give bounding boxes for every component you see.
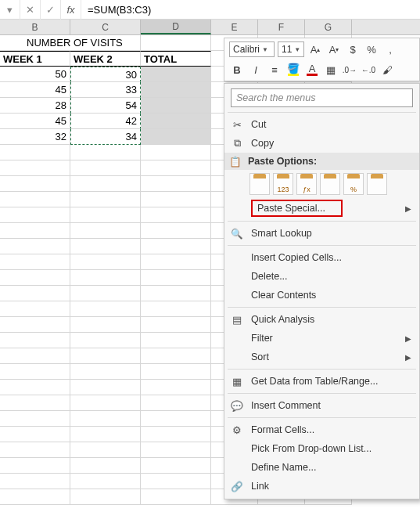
cell[interactable]: [141, 239, 211, 254]
currency-format-button[interactable]: $: [345, 41, 361, 57]
cell[interactable]: [141, 223, 211, 239]
cell-d7[interactable]: [141, 129, 211, 145]
menu-search-input[interactable]: Search the menus: [231, 88, 413, 107]
paste-option-transpose[interactable]: [320, 173, 340, 195]
col-header-c[interactable]: C: [70, 20, 141, 34]
increase-decimal-button[interactable]: .0→: [342, 62, 357, 78]
cell[interactable]: [141, 458, 211, 474]
font-color-button[interactable]: A: [304, 62, 320, 78]
cell[interactable]: [70, 160, 141, 176]
paste-option-all[interactable]: [249, 173, 270, 195]
percent-format-button[interactable]: %: [364, 41, 379, 57]
cell[interactable]: [70, 239, 141, 254]
cell[interactable]: [70, 270, 141, 286]
header-week1[interactable]: WEEK 1: [0, 51, 70, 67]
cell[interactable]: [0, 442, 70, 458]
cell[interactable]: [141, 333, 211, 348]
cell-b7[interactable]: 32: [0, 129, 70, 145]
menu-link[interactable]: 🔗 Link: [224, 477, 419, 496]
menu-filter[interactable]: Filter ▶: [224, 329, 419, 348]
menu-quick-analysis[interactable]: ▤ Quick Analysis: [224, 310, 419, 329]
cell[interactable]: [70, 223, 141, 239]
enter-formula-icon[interactable]: ✓: [41, 0, 61, 20]
cell[interactable]: [141, 489, 211, 505]
header-total[interactable]: TOTAL: [141, 51, 211, 67]
cell[interactable]: [0, 270, 70, 286]
comma-format-button[interactable]: ,: [382, 41, 398, 57]
cell[interactable]: [70, 192, 141, 207]
font-size-selector[interactable]: 11▼: [278, 41, 304, 57]
col-header-e[interactable]: E: [211, 20, 258, 34]
cell[interactable]: [0, 395, 70, 411]
cell[interactable]: [141, 364, 211, 380]
paste-option-values[interactable]: 123: [273, 173, 293, 195]
cell[interactable]: [141, 380, 211, 395]
cell[interactable]: [0, 317, 70, 333]
menu-cut[interactable]: ✂ Cut: [224, 115, 419, 134]
cell[interactable]: [70, 474, 141, 489]
cell-d3[interactable]: [141, 67, 211, 82]
menu-pick-list[interactable]: Pick From Drop-down List...: [224, 439, 419, 458]
cell[interactable]: [70, 317, 141, 333]
cell[interactable]: [0, 348, 70, 364]
cell[interactable]: [70, 333, 141, 348]
cell[interactable]: [70, 207, 141, 223]
cell[interactable]: [0, 223, 70, 239]
cell-c7[interactable]: 34: [70, 129, 141, 145]
cell[interactable]: [70, 411, 141, 427]
paste-option-formatting[interactable]: %: [343, 173, 364, 195]
cell[interactable]: [70, 254, 141, 270]
cell[interactable]: [0, 380, 70, 395]
cell[interactable]: [141, 192, 211, 207]
cell[interactable]: [141, 317, 211, 333]
cancel-formula-icon[interactable]: ✕: [20, 0, 41, 20]
cell[interactable]: [141, 207, 211, 223]
fill-color-button[interactable]: 🪣: [285, 62, 301, 78]
cell[interactable]: [141, 286, 211, 301]
paste-option-formulas[interactable]: ƒx: [296, 173, 317, 195]
header-week2[interactable]: WEEK 2: [70, 51, 141, 67]
cell[interactable]: [141, 254, 211, 270]
cell[interactable]: [141, 145, 211, 160]
cell[interactable]: [70, 348, 141, 364]
cell[interactable]: [0, 160, 70, 176]
fx-icon[interactable]: fx: [61, 0, 81, 20]
cell-b4[interactable]: 45: [0, 82, 70, 98]
cell[interactable]: [0, 254, 70, 270]
cell[interactable]: [0, 458, 70, 474]
col-header-b[interactable]: B: [0, 20, 70, 34]
col-header-g[interactable]: G: [305, 20, 352, 34]
align-button[interactable]: ≡: [267, 62, 282, 78]
decrease-font-icon[interactable]: A▾: [326, 41, 342, 57]
paste-option-link[interactable]: [367, 173, 387, 195]
cell[interactable]: [70, 380, 141, 395]
cell[interactable]: [0, 286, 70, 301]
menu-copy[interactable]: ⧉ Copy: [224, 134, 419, 153]
menu-format-cells[interactable]: ⚙ Format Cells...: [224, 420, 419, 439]
cell-title[interactable]: NUMBER OF VISITS: [23, 35, 141, 51]
font-selector[interactable]: Calibri▼: [229, 41, 275, 57]
format-painter-icon[interactable]: 🖌: [379, 62, 395, 78]
col-header-f[interactable]: F: [258, 20, 305, 34]
cell[interactable]: [0, 427, 70, 442]
cell[interactable]: [70, 458, 141, 474]
cell[interactable]: [70, 395, 141, 411]
cell-b3[interactable]: 50: [0, 67, 70, 82]
namebox-dropdown-icon[interactable]: ▾: [0, 0, 20, 20]
cell[interactable]: [70, 442, 141, 458]
cell[interactable]: [0, 176, 70, 192]
cell[interactable]: [0, 192, 70, 207]
cell[interactable]: [0, 145, 70, 160]
cell[interactable]: [70, 145, 141, 160]
increase-font-icon[interactable]: A▴: [307, 41, 323, 57]
menu-define-name[interactable]: Define Name...: [224, 458, 419, 477]
formula-input[interactable]: =SUM(B3:C3): [81, 4, 420, 16]
menu-get-data[interactable]: ▦ Get Data from Table/Range...: [224, 372, 419, 391]
cell[interactable]: [0, 301, 70, 317]
cell[interactable]: [141, 301, 211, 317]
cell[interactable]: [141, 176, 211, 192]
cell[interactable]: [141, 395, 211, 411]
cell-b5[interactable]: 28: [0, 98, 70, 114]
menu-insert-comment[interactable]: 💬 Insert Comment: [224, 396, 419, 415]
col-header-d[interactable]: D: [141, 20, 211, 34]
